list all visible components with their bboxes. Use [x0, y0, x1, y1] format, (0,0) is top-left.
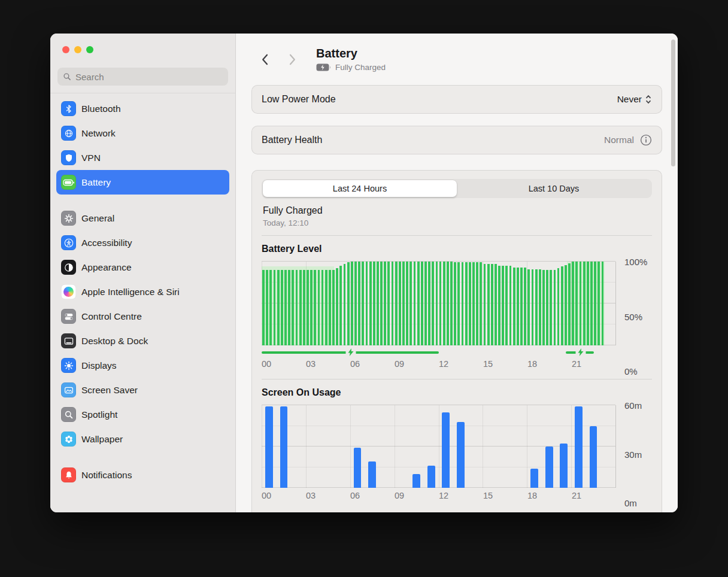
battery-level-bar	[310, 270, 313, 345]
battery-level-bar	[439, 262, 442, 345]
battery-level-bar	[565, 265, 567, 345]
tab-last-10-days[interactable]: Last 10 Days	[457, 180, 651, 197]
battery-level-bar	[554, 270, 556, 345]
divider	[262, 379, 652, 379]
sidebar-item-control-centre[interactable]: Control Centre	[56, 304, 229, 329]
battery-level-x-axis: 0003060912151821	[262, 359, 616, 371]
sidebar-item-desktop-dock[interactable]: Desktop & Dock	[56, 329, 229, 353]
screen-on-usage-bar	[457, 422, 465, 488]
sidebar-item-network[interactable]: Network	[56, 121, 229, 145]
battery-level-bar	[344, 264, 346, 345]
battery-level-bar	[457, 262, 460, 345]
forward-button[interactable]	[286, 51, 298, 67]
battery-level-bar	[535, 269, 538, 345]
battery-level-bar	[546, 270, 548, 345]
zoom-window-button[interactable]	[86, 46, 93, 53]
battery-level-bar	[575, 262, 578, 345]
magnifier-icon	[61, 407, 76, 422]
gridline-vertical	[306, 405, 307, 488]
screen-on-usage-plot	[262, 405, 616, 488]
sidebar-item-screen-saver[interactable]: Screen Saver	[56, 378, 229, 402]
battery-level-bar	[392, 262, 394, 345]
battery-level-bar	[597, 262, 600, 345]
low-power-mode-value: Never	[617, 94, 642, 105]
tab-last-24-hours[interactable]: Last 24 Hours	[263, 180, 457, 197]
low-power-mode-label: Low Power Mode	[262, 94, 336, 105]
y-axis-label: 100%	[624, 257, 647, 267]
sidebar-item-battery[interactable]: Battery	[56, 170, 229, 195]
sidebar-item-general[interactable]: General	[56, 206, 229, 230]
sidebar-item-notifications[interactable]: Notifications	[56, 463, 229, 487]
x-axis-label: 06	[350, 359, 360, 369]
info-icon[interactable]	[640, 134, 652, 146]
sidebar-item-label: Appearance	[81, 262, 132, 273]
gridline-vertical	[571, 405, 572, 488]
battery-level-bar	[387, 262, 390, 345]
battery-level-bar	[277, 270, 280, 345]
battery-level-bar	[377, 262, 379, 345]
scrollbar[interactable]	[671, 40, 675, 166]
battery-level-bar	[406, 262, 408, 345]
sidebar-item-displays[interactable]: Displays	[56, 353, 229, 378]
sidebar-item-label: Apple Intelligence & Siri	[81, 287, 180, 297]
battery-level-bar	[572, 262, 574, 345]
battery-level-bar	[498, 266, 500, 345]
low-power-mode-popup[interactable]: Never	[617, 93, 652, 105]
battery-health-row: Battery Health Normal	[251, 126, 662, 154]
back-button[interactable]	[259, 51, 271, 67]
screen-on-usage-heading: Screen On Usage	[262, 387, 652, 398]
battery-pane: Battery Fully Charged Low Power Mode Nev…	[236, 34, 678, 512]
time-range-segmented-control: Last 24 Hours Last 10 Days	[262, 179, 652, 198]
battery-level-bar	[495, 264, 497, 345]
battery-level-bar	[296, 270, 298, 345]
sidebar-item-label: General	[81, 213, 114, 224]
battery-status-icon	[316, 63, 331, 71]
charge-status-title: Fully Charged	[263, 205, 651, 216]
battery-level-bar	[602, 262, 604, 345]
battery-level-bar	[480, 262, 482, 345]
x-axis-label: 00	[262, 359, 271, 369]
sidebar-item-spotlight[interactable]: Spotlight	[56, 402, 229, 427]
battery-level-bar	[325, 270, 327, 345]
sidebar-item-apple-intelligence-siri[interactable]: Apple Intelligence & Siri	[56, 280, 229, 304]
sidebar-item-vpn[interactable]: VPN	[56, 145, 229, 170]
battery-level-bar	[587, 262, 589, 345]
sidebar-item-accessibility[interactable]: Accessibility	[56, 230, 229, 255]
battery-level-bar	[281, 270, 283, 345]
x-axis-label: 03	[306, 491, 316, 500]
bluetooth-icon	[61, 101, 76, 116]
sidebar-item-label: Spotlight	[81, 409, 117, 420]
battery-level-bar	[369, 262, 372, 345]
y-axis-label: 60m	[624, 400, 642, 411]
sidebar-item-appearance[interactable]: Appearance	[56, 255, 229, 280]
sidebar-item-wallpaper[interactable]: Wallpaper	[56, 427, 229, 451]
sidebar-item-label: Desktop & Dock	[81, 336, 148, 347]
search-input[interactable]: Search	[57, 68, 228, 86]
battery-level-bar	[266, 270, 268, 345]
close-window-button[interactable]	[62, 46, 69, 53]
pane-header: Battery Fully Charged	[236, 34, 678, 77]
battery-level-y-axis: 100%50%0%	[617, 262, 652, 371]
battery-level-bar	[332, 270, 335, 345]
sidebar-item-bluetooth[interactable]: Bluetooth	[56, 96, 229, 121]
battery-level-bar	[513, 268, 515, 345]
battery-level-bar	[527, 269, 530, 345]
charging-timeline	[262, 348, 616, 356]
sidebar-item-label: Control Centre	[81, 311, 142, 322]
minimize-window-button[interactable]	[74, 46, 81, 53]
battery-level-bar	[443, 262, 445, 345]
battery-level-bar	[292, 270, 294, 345]
battery-level-bar	[339, 266, 342, 345]
sidebar-item-label: Notifications	[81, 470, 132, 481]
battery-level-bar	[472, 262, 475, 345]
screen-on-usage-bar	[590, 426, 597, 488]
toggles-icon	[61, 309, 76, 324]
gear-icon	[61, 211, 76, 226]
divider	[262, 235, 652, 236]
battery-level-bar	[524, 268, 526, 345]
battery-level-bar	[329, 270, 331, 345]
screen-on-usage-bar	[412, 474, 420, 488]
battery-level-bar	[557, 268, 560, 345]
battery-level-bar	[351, 262, 353, 345]
battery-level-bar	[399, 262, 401, 345]
